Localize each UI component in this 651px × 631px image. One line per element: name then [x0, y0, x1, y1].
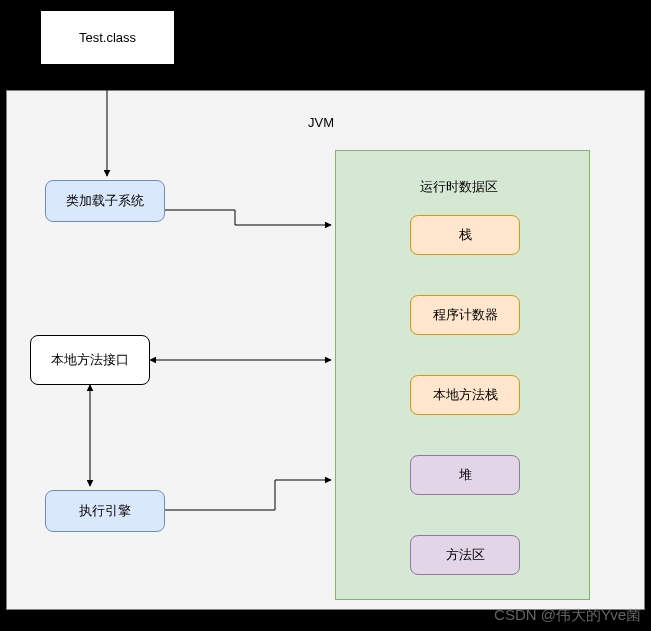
node-stack: 栈: [410, 215, 520, 255]
node-label: Test.class: [79, 30, 136, 45]
node-label: 执行引擎: [79, 502, 131, 520]
node-native-interface: 本地方法接口: [30, 335, 150, 385]
jvm-title: JVM: [308, 115, 334, 130]
node-method-area: 方法区: [410, 535, 520, 575]
node-native-stack: 本地方法栈: [410, 375, 520, 415]
node-label: 本地方法栈: [433, 386, 498, 404]
runtime-area-title: 运行时数据区: [420, 178, 498, 196]
node-execution-engine: 执行引擎: [45, 490, 165, 532]
node-label: 本地方法接口: [51, 351, 129, 369]
watermark: CSDN @伟大的Yve菌: [494, 606, 641, 625]
node-label: 堆: [459, 466, 472, 484]
node-label: 类加载子系统: [66, 192, 144, 210]
node-label: 栈: [459, 226, 472, 244]
node-label: 方法区: [446, 546, 485, 564]
node-label: 程序计数器: [433, 306, 498, 324]
node-heap: 堆: [410, 455, 520, 495]
diagram-canvas: Test.class JVM 类加载子系统 本地方法接口 执行引擎 运行时数据区…: [0, 0, 651, 631]
node-class-loader: 类加载子系统: [45, 180, 165, 222]
node-pc-register: 程序计数器: [410, 295, 520, 335]
node-test-class: Test.class: [40, 10, 175, 65]
